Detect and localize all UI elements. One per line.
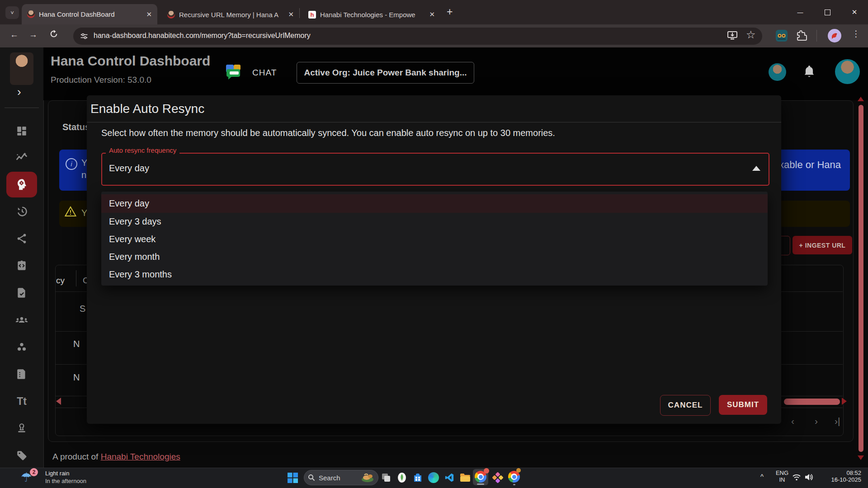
menu-option-every-3-days[interactable]: Every 3 days — [101, 213, 768, 230]
chat-button[interactable] — [224, 63, 242, 83]
tab2-close-icon[interactable]: ✕ — [288, 10, 294, 19]
weather-line1[interactable]: Light rain — [45, 470, 69, 477]
clock-date: 16-10-2025 — [816, 476, 861, 483]
sidebar-divider — [5, 108, 39, 108]
tab2-favicon — [167, 11, 175, 19]
taskbar-app-chrome-active[interactable] — [473, 469, 488, 485]
wifi-icon[interactable] — [792, 474, 801, 483]
sidebar-item-file-list[interactable] — [0, 365, 43, 383]
table-row-fragment-1[interactable]: S — [80, 304, 85, 314]
menu-option-every-day[interactable]: Every day — [101, 194, 768, 213]
taskbar-app-edge[interactable] — [427, 471, 440, 484]
chrome-notification-dot — [484, 468, 489, 474]
info-icon: i — [66, 158, 77, 170]
active-org-box[interactable]: Active Org: Juice Power Bank sharing... — [297, 62, 474, 84]
volume-icon[interactable] — [804, 473, 813, 483]
install-icon[interactable] — [727, 31, 738, 42]
windows-icon — [288, 473, 298, 483]
sidebar-item-groups[interactable] — [0, 311, 43, 329]
taskbar-search[interactable]: Search — [304, 470, 378, 485]
new-tab-button[interactable]: + — [447, 6, 453, 18]
chat-label[interactable]: CHAT — [252, 68, 277, 78]
reload-button[interactable] — [49, 29, 59, 41]
table-row-fragment-3[interactable]: N — [73, 372, 80, 383]
taskbar-app-devtoys[interactable] — [491, 471, 504, 484]
window-minimize-button[interactable]: — — [788, 0, 812, 24]
table-row-fragment-2[interactable]: N — [73, 339, 80, 349]
window-restore-button[interactable] — [815, 0, 840, 24]
tab-search-button[interactable]: ˅ — [5, 6, 19, 19]
sidebar-item-history[interactable] — [0, 202, 43, 221]
tray-language[interactable]: ENG IN — [774, 469, 790, 483]
taskbar-app-mongodb[interactable] — [396, 471, 408, 484]
sidebar-item-file-check[interactable] — [0, 284, 43, 302]
sidebar-item-teams[interactable] — [0, 338, 43, 356]
weather-badge: 2 — [30, 468, 38, 476]
extension-avatar-icon[interactable] — [776, 30, 788, 42]
profile-avatar[interactable] — [828, 29, 841, 42]
sidebar-item-dashboard[interactable] — [0, 122, 43, 140]
sidebar-item-tag[interactable] — [0, 446, 43, 465]
sidebar-expand-icon[interactable]: › — [17, 85, 21, 99]
tab3-close-icon[interactable]: ✕ — [429, 10, 435, 19]
taskbar-app-widgets[interactable] — [380, 471, 392, 484]
pagination-last-icon[interactable]: ›| — [835, 416, 840, 427]
menu-option-every-3-months[interactable]: Every 3 months — [101, 266, 768, 283]
hscroll-right-arrow[interactable] — [842, 398, 847, 405]
sidebar-item-approval[interactable] — [0, 419, 43, 437]
vscroll-thumb[interactable] — [859, 105, 863, 452]
sidebar-item-analytics[interactable] — [0, 148, 43, 166]
pagination-next-icon[interactable]: › — [815, 416, 818, 427]
vscroll-down-arrow[interactable] — [858, 455, 864, 460]
header-avatar-small[interactable] — [769, 63, 786, 81]
taskbar-app-explorer[interactable] — [459, 471, 472, 484]
sidebar-item-memory-active[interactable] — [6, 172, 37, 197]
submit-button[interactable]: SUBMIT — [719, 395, 767, 415]
file-list-icon — [16, 368, 28, 380]
taskbar-app-store[interactable] — [411, 471, 424, 484]
site-info-icon[interactable] — [80, 32, 89, 42]
menu-option-every-month[interactable]: Every month — [101, 248, 768, 266]
header-avatar-large[interactable] — [835, 59, 860, 84]
search-placeholder: Search — [319, 474, 361, 482]
google-chat-icon — [224, 63, 242, 81]
minimize-icon: — — [797, 9, 803, 16]
cancel-button[interactable]: CANCEL — [660, 395, 711, 416]
hscroll-thumb[interactable] — [784, 399, 840, 405]
weather-line2[interactable]: In the afternoon — [45, 478, 86, 484]
taskbar-app-vscode[interactable] — [443, 471, 456, 484]
sidebar-avatar[interactable] — [10, 52, 33, 85]
sidebar-item-code[interactable] — [0, 257, 43, 275]
browser-menu-icon[interactable]: ⋮ — [852, 28, 860, 39]
tab-active[interactable]: Hana Control DashBoard ✕ — [22, 4, 157, 24]
tab1-close-icon[interactable]: ✕ — [146, 10, 152, 19]
tray-chevron[interactable]: ^ — [760, 473, 764, 480]
warning-icon — [65, 206, 76, 219]
start-button[interactable] — [288, 473, 298, 485]
tab-search-icon: ˅ — [10, 9, 14, 16]
ingest-url-button[interactable]: + INGEST URL — [793, 236, 852, 254]
tray-clock[interactable]: 08:52 16-10-2025 — [816, 469, 861, 483]
back-button[interactable]: ← — [10, 30, 19, 40]
pagination-prev-icon[interactable]: ‹ — [791, 416, 794, 427]
bookmark-star-icon[interactable]: ☆ — [746, 28, 756, 41]
reload-icon — [49, 29, 59, 39]
tab-3[interactable]: h Hanabi Technologies - Empowe ✕ — [304, 6, 439, 23]
forward-button[interactable]: → — [29, 30, 38, 40]
approval-stamp-icon — [16, 422, 28, 434]
notification-bell-icon[interactable] — [803, 65, 816, 80]
vscroll-up-arrow[interactable] — [858, 97, 864, 101]
url-text[interactable]: hana-dashboard.hanabitech.com/memory?tab… — [94, 32, 311, 40]
window-close-button[interactable]: ✕ — [842, 0, 867, 24]
sidebar-item-share[interactable] — [0, 230, 43, 248]
tab2-title: Recursive URL Memory | Hana A — [179, 11, 288, 19]
sidebar-item-text-format[interactable]: Tt — [0, 392, 43, 410]
taskbar-app-chrome-profile[interactable] — [507, 470, 521, 484]
hscroll-left-arrow[interactable] — [56, 398, 61, 405]
footer-link[interactable]: Hanabi Technologies — [101, 452, 180, 461]
frequency-select[interactable] — [101, 153, 769, 186]
select-arrow-icon[interactable] — [752, 166, 760, 171]
extensions-puzzle-icon[interactable] — [797, 30, 807, 43]
tab-2[interactable]: Recursive URL Memory | Hana A ✕ — [163, 6, 298, 23]
menu-option-every-week[interactable]: Every week — [101, 230, 768, 248]
